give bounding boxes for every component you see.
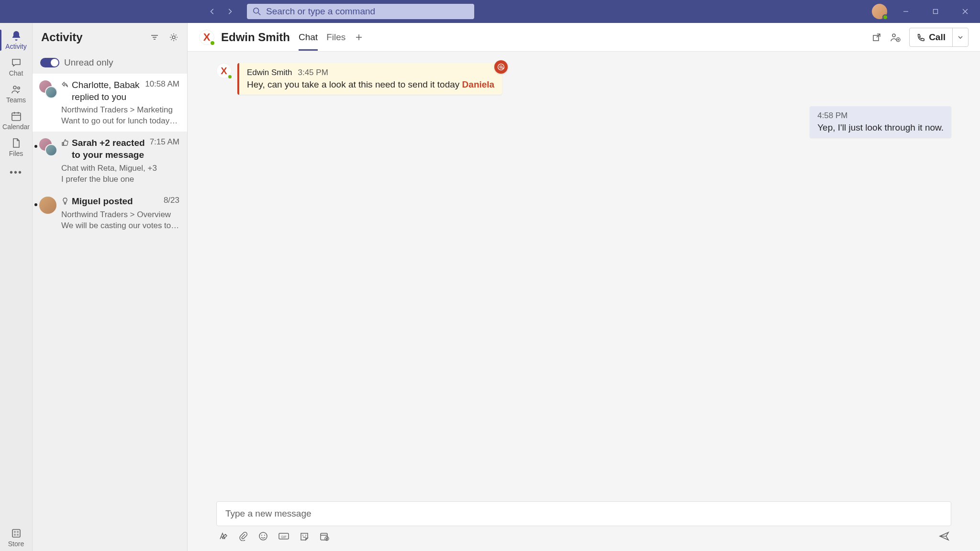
activity-preview: Want to go out for lunch today? It's my… <box>61 116 179 126</box>
rail-activity[interactable]: Activity <box>0 27 33 54</box>
svg-point-36 <box>305 535 306 536</box>
gif-button[interactable]: GIF <box>278 531 289 541</box>
window-maximize-button[interactable] <box>924 4 947 19</box>
store-icon <box>11 528 22 539</box>
svg-point-20 <box>172 36 175 39</box>
svg-point-30 <box>259 532 267 540</box>
filter-button[interactable] <box>150 33 159 42</box>
activity-title: Activity <box>41 31 83 44</box>
svg-point-31 <box>261 535 262 536</box>
activity-location: Northwind Traders > Overview <box>61 209 179 220</box>
activity-time: 8/23 <box>164 196 179 205</box>
mention: Daniela <box>462 79 495 89</box>
rail-chat[interactable]: Chat <box>0 54 33 80</box>
calendar-icon <box>11 110 22 122</box>
message-avatar[interactable]: X <box>216 63 232 78</box>
presence-available-icon <box>210 40 215 46</box>
format-button[interactable] <box>218 531 228 541</box>
app-rail: Activity Chat Teams Calendar Files ••• S… <box>0 23 33 551</box>
svg-point-6 <box>13 86 16 89</box>
presence-available-icon <box>227 74 233 79</box>
svg-rect-15 <box>14 534 16 536</box>
call-label: Call <box>929 32 946 43</box>
send-button[interactable] <box>939 531 949 541</box>
emoji-button[interactable] <box>258 531 268 541</box>
add-tab-button[interactable] <box>352 31 366 44</box>
window-minimize-button[interactable] <box>895 4 917 19</box>
svg-point-29 <box>500 66 502 68</box>
tab-files[interactable]: Files <box>326 24 345 50</box>
message-text: Hey, can you take a look at this need to… <box>247 79 494 90</box>
reply-icon <box>61 81 69 88</box>
message-bubble[interactable]: 4:58 PM Yep, I'll just look through it n… <box>810 106 951 138</box>
paperclip-icon <box>238 531 248 541</box>
like-icon <box>61 139 69 146</box>
send-icon <box>939 531 949 541</box>
unread-only-toggle[interactable] <box>40 58 59 67</box>
svg-point-28 <box>498 64 504 70</box>
svg-text:GIF: GIF <box>281 535 287 539</box>
schedule-meeting-button[interactable] <box>320 531 329 541</box>
activity-preview: We will be casting our votes today, ever… <box>61 221 179 231</box>
unread-dot-icon <box>34 203 37 206</box>
svg-rect-12 <box>12 529 20 537</box>
call-dropdown-button[interactable] <box>952 28 968 46</box>
sticker-icon <box>300 531 309 541</box>
activity-panel: Activity Unread only <box>33 23 188 551</box>
file-icon <box>11 137 22 149</box>
message-row: X Edwin Smith 3:45 PM Hey, can you take … <box>216 63 951 95</box>
settings-button[interactable] <box>169 33 178 42</box>
rail-store[interactable]: Store <box>0 524 33 551</box>
activity-item[interactable]: Charlotte, Babak replied to you 10:58 AM… <box>33 74 187 132</box>
message-bubble[interactable]: Edwin Smith 3:45 PM Hey, can you take a … <box>237 63 502 95</box>
activity-item[interactable]: Miguel posted 8/23 Northwind Traders > O… <box>33 190 187 236</box>
popout-icon <box>872 33 881 42</box>
format-icon <box>218 531 228 541</box>
mention-badge-icon <box>494 60 508 74</box>
svg-rect-3 <box>934 10 938 14</box>
rail-label: Files <box>9 150 23 157</box>
rail-files[interactable]: Files <box>0 134 33 161</box>
current-user-avatar[interactable] <box>872 4 887 19</box>
svg-point-32 <box>264 535 265 536</box>
window-close-button[interactable] <box>954 4 976 19</box>
phone-icon <box>916 33 925 42</box>
nav-back-button[interactable] <box>205 4 220 19</box>
add-people-button[interactable] <box>890 32 901 43</box>
rail-label: Calendar <box>2 123 30 131</box>
activity-time: 10:58 AM <box>145 79 179 89</box>
gif-icon: GIF <box>278 531 289 541</box>
search-input[interactable]: Search or type a command <box>247 4 474 19</box>
compose-area: Type a new message GIF <box>188 496 980 551</box>
svg-point-7 <box>17 87 19 89</box>
emoji-icon <box>258 531 268 541</box>
message-time: 3:45 PM <box>298 68 328 77</box>
rail-more-button[interactable]: ••• <box>0 161 33 184</box>
chat-icon <box>11 57 22 68</box>
rail-label: Chat <box>9 69 23 77</box>
popout-button[interactable] <box>872 33 881 42</box>
svg-point-24 <box>892 34 895 37</box>
activity-location: Northwind Traders > Marketing <box>61 105 179 115</box>
chat-peer-avatar[interactable]: X <box>199 30 214 45</box>
gear-icon <box>169 33 178 42</box>
chat-peer-name: Edwin Smith <box>221 31 290 44</box>
sticker-button[interactable] <box>300 531 309 541</box>
activity-time: 7:15 AM <box>150 137 179 147</box>
activity-item[interactable]: Sarah +2 reacted to your message 7:15 AM… <box>33 132 187 189</box>
avatar <box>39 197 56 214</box>
plus-icon <box>355 33 363 41</box>
message-list: X Edwin Smith 3:45 PM Hey, can you take … <box>188 52 980 496</box>
activity-preview: I prefer the blue one <box>61 175 179 184</box>
rail-calendar[interactable]: Calendar <box>0 107 33 134</box>
message-input[interactable]: Type a new message <box>216 501 951 526</box>
rail-label: Activity <box>5 43 26 50</box>
rail-teams[interactable]: Teams <box>0 80 33 107</box>
attach-button[interactable] <box>238 531 248 541</box>
unread-dot-icon <box>34 145 37 148</box>
tab-chat[interactable]: Chat <box>299 24 318 50</box>
call-button[interactable]: Call <box>910 28 952 46</box>
nav-forward-button[interactable] <box>222 4 237 19</box>
message-time: 4:58 PM <box>817 111 944 121</box>
avatar <box>39 80 56 98</box>
